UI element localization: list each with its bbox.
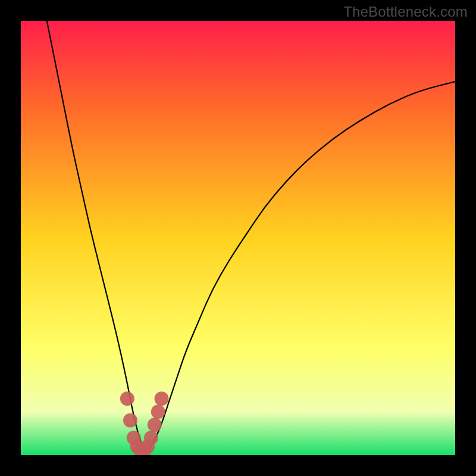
chart-frame: TheBottleneck.com xyxy=(0,0,476,476)
marker-dot xyxy=(123,414,137,428)
marker-dot xyxy=(144,431,158,445)
marker-dot xyxy=(120,392,134,406)
marker-dot xyxy=(155,392,169,406)
marker-dot xyxy=(148,418,162,432)
watermark-text: TheBottleneck.com xyxy=(343,4,468,20)
chart-svg xyxy=(21,21,455,455)
gradient-background xyxy=(21,21,455,455)
plot-area xyxy=(21,21,455,455)
marker-dot xyxy=(151,405,165,419)
